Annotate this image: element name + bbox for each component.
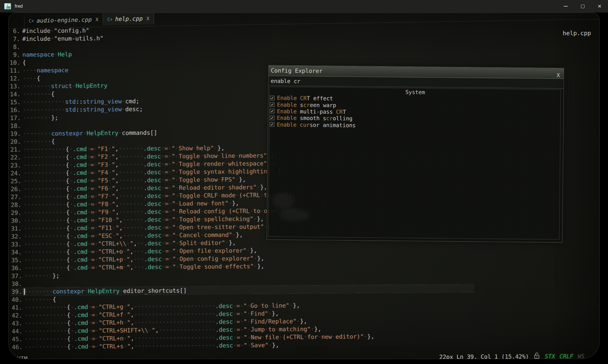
vim-mode-indicator: VIM [17, 355, 28, 359]
window-title: fred [15, 4, 23, 9]
checkbox-checked-icon[interactable]: ✓ [270, 109, 274, 114]
line-number: 26. [10, 185, 21, 193]
tab-label: help.cpp [115, 15, 143, 22]
status-flags: STXCRLFWS [545, 353, 585, 359]
line-number: 37. [10, 272, 22, 280]
minimize-button[interactable] [557, 0, 574, 13]
line-number: 38. [11, 280, 22, 288]
background-bleed-smudge [272, 193, 295, 209]
line-number: 18. [9, 122, 21, 130]
line-number: 46. [11, 343, 22, 351]
line-number: 7. [9, 35, 20, 43]
status-flag-stx[interactable]: STX [545, 353, 555, 359]
line-number: 34. [10, 248, 22, 256]
line-number: 40. [11, 296, 22, 304]
cpp-file-icon: C+ [29, 18, 34, 23]
close-icon: ✕ [598, 4, 601, 9]
line-number: 27. [10, 193, 21, 201]
line-number: 25. [10, 177, 21, 185]
line-number: 24. [10, 169, 21, 177]
cursor-position-text: 22px Ln 39, Col 1 (15.42%) [439, 353, 529, 359]
line-number: 33. [10, 240, 22, 248]
checkbox-checked-icon[interactable]: ✓ [270, 122, 274, 127]
checkbox-checked-icon[interactable]: ✓ [270, 96, 275, 100]
config-item-list: ✓Enable CRT effect✓Enable screen warp✓En… [270, 95, 561, 131]
cpp-file-icon: C+ [107, 17, 112, 22]
close-button[interactable]: ✕ [591, 0, 608, 13]
line-number: 10. [9, 59, 20, 66]
line-number: 15. [9, 98, 20, 106]
line-number: 45. [11, 335, 22, 343]
line-number: 43. [11, 319, 22, 327]
checkbox-checked-icon[interactable]: ✓ [270, 102, 275, 107]
line-number: 32. [10, 232, 22, 240]
line-number: 12. [9, 74, 20, 82]
line-number: 23. [10, 161, 21, 169]
config-list-panel: System ✓Enable CRT effect✓Enable screen … [268, 87, 561, 239]
line-number: 36. [10, 264, 22, 272]
lock-icon [534, 352, 540, 359]
line-number: 39. [11, 288, 22, 296]
line-number: 14. [9, 90, 20, 98]
line-number: 41. [11, 304, 22, 311]
tab-close-icon[interactable]: X [146, 16, 149, 21]
config-explorer-popup: Config Explorer X enable cr System ✓Enab… [267, 65, 564, 242]
line-number: 21. [10, 145, 21, 153]
tab-audio-engine.cpp[interactable]: C+audio-engine.cppX [24, 13, 103, 27]
window-titlebar: fred ✕ [0, 0, 608, 13]
background-bleed-smudge [280, 209, 309, 221]
line-number: 17. [9, 114, 21, 122]
line-number: 20. [10, 138, 21, 145]
maximize-button[interactable] [574, 0, 591, 13]
line-number: 42. [11, 311, 22, 319]
app-icon [4, 3, 11, 9]
line-number: 28. [10, 201, 21, 209]
popup-close-button[interactable]: X [557, 72, 560, 78]
line-number: 44. [11, 327, 22, 335]
line-number: 22. [10, 153, 21, 161]
line-number: 16. [9, 106, 21, 114]
line-number: 19. [9, 130, 21, 138]
active-file-label: help.cpp [563, 30, 591, 37]
line-number: 35. [10, 256, 22, 264]
checkbox-checked-icon[interactable]: ✓ [270, 116, 274, 120]
minimize-icon [564, 6, 568, 7]
line-number: 30. [10, 217, 22, 225]
line-number: 29. [10, 209, 22, 217]
text-caret [24, 289, 25, 295]
line-number: 8. [9, 43, 20, 51]
tab-label: audio-engine.cpp [37, 16, 92, 24]
line-number: 11. [9, 66, 20, 74]
line-number: 13. [9, 82, 20, 90]
tab-help.cpp[interactable]: C+help.cppX [103, 13, 154, 25]
status-flag-ws[interactable]: WS [578, 353, 585, 359]
status-flag-crlf[interactable]: CRLF [559, 353, 573, 359]
tab-close-icon[interactable]: X [95, 17, 98, 22]
line-number: 31. [10, 225, 22, 232]
maximize-icon [581, 5, 585, 8]
crt-screen: C+audio-engine.cppXC+help.cppX help.cpp … [8, 13, 600, 359]
line-number: 9. [9, 51, 20, 59]
